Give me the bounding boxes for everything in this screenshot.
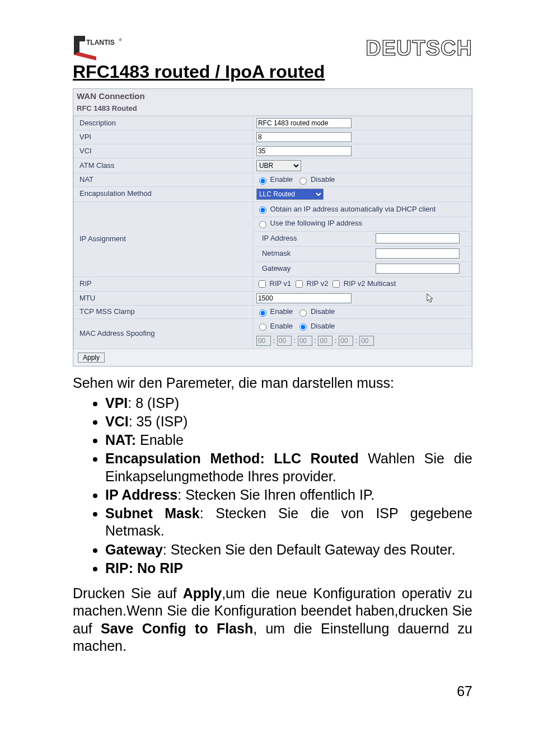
- list-item: Subnet Mask: Stecken Sie die von ISP geg…: [105, 505, 472, 540]
- vci-label: VCI: [74, 144, 253, 158]
- mac-o5: [339, 336, 353, 346]
- mac-spoof-disable-option[interactable]: Disable: [297, 322, 335, 330]
- page-number: 67: [73, 683, 472, 700]
- rip-label: RIP: [74, 276, 253, 291]
- apply-button[interactable]: Apply: [78, 353, 105, 363]
- tcp-mss-disable-option[interactable]: Disable: [297, 307, 335, 316]
- mtu-input[interactable]: [256, 293, 352, 303]
- encap-label: Encapsulation Method: [74, 186, 253, 201]
- panel-subtitle: RFC 1483 Routed: [73, 103, 472, 116]
- ip-address-input[interactable]: [376, 233, 460, 243]
- list-item: VCI: 35 (ISP): [105, 413, 472, 430]
- description-label: Description: [74, 116, 253, 130]
- mtu-label: MTU: [74, 291, 253, 306]
- nat-label: NAT: [74, 173, 253, 187]
- atm-class-select[interactable]: UBR: [256, 160, 301, 171]
- mac-o3: [298, 336, 312, 346]
- mac-o1: [256, 336, 271, 346]
- svg-text:®: ®: [119, 37, 122, 43]
- gateway-input[interactable]: [376, 264, 460, 274]
- mac-spoof-label: MAC Address Spoofing: [74, 318, 253, 349]
- wan-connection-panel: WAN Connection RFC 1483 Routed Descripti…: [73, 88, 472, 367]
- mac-o2: [277, 336, 292, 346]
- ip-address-label: IP Address: [254, 231, 372, 245]
- brand-text-2: AND: [86, 46, 96, 51]
- section-title: RFC1483 routed / IpoA routed: [73, 60, 472, 83]
- ip-dhcp-option[interactable]: Obtain an IP address automatically via D…: [256, 205, 435, 213]
- vpi-input[interactable]: [256, 132, 352, 142]
- nat-disable-option[interactable]: Disable: [297, 175, 335, 184]
- encap-select[interactable]: LLC Routed: [256, 189, 324, 200]
- gateway-label: Gateway: [254, 261, 372, 275]
- list-item: Gateway: Stecken Sie den Default Gateway…: [105, 541, 472, 558]
- mac-o6: [359, 336, 374, 346]
- panel-title: WAN Connection: [73, 89, 472, 103]
- list-item: NAT: Enable: [105, 431, 472, 449]
- brand-logo: TLANTIS ® AND: [73, 34, 134, 62]
- vpi-label: VPI: [74, 130, 253, 144]
- closing-paragraph: Drucken Sie auf Apply,um die neue Konfig…: [73, 585, 472, 655]
- intro-text: Sehen wir den Paremeter, die man darstel…: [73, 374, 472, 392]
- mac-spoof-enable-option[interactable]: Enable: [256, 322, 293, 330]
- netmask-input[interactable]: [376, 248, 460, 259]
- list-item: Encapsulation Method: LLC Routed Wahlen …: [105, 450, 472, 485]
- brand-text-1: TLANTIS: [86, 39, 115, 46]
- rip-v2m-checkbox[interactable]: RIP v2 Multicast: [330, 279, 396, 288]
- nat-enable-option[interactable]: Enable: [256, 175, 293, 184]
- ip-assignment-label: IP Assignment: [74, 201, 253, 276]
- list-item: RIP: No RIP: [105, 560, 472, 577]
- rip-v1-checkbox[interactable]: RIP v1: [256, 279, 291, 288]
- list-item: IP Address: Stecken Sie Ihren offentlich…: [105, 486, 472, 504]
- mac-o4: [318, 336, 332, 346]
- tcp-mss-label: TCP MSS Clamp: [74, 306, 253, 319]
- netmask-label: Netmask: [254, 246, 372, 260]
- tcp-mss-enable-option[interactable]: Enable: [256, 307, 293, 316]
- list-item: VPI: 8 (ISP): [105, 395, 472, 412]
- parameter-list: VPI: 8 (ISP) VCI: 35 (ISP) NAT: Enable E…: [73, 395, 472, 577]
- atm-class-label: ATM Class: [74, 158, 253, 173]
- language-heading: DEUTSCH: [366, 35, 472, 62]
- vci-input[interactable]: [256, 146, 352, 156]
- rip-v2-checkbox[interactable]: RIP v2: [293, 279, 328, 288]
- description-input[interactable]: [256, 118, 352, 128]
- ip-static-option[interactable]: Use the following IP address: [256, 219, 362, 227]
- cursor-icon: [427, 293, 434, 303]
